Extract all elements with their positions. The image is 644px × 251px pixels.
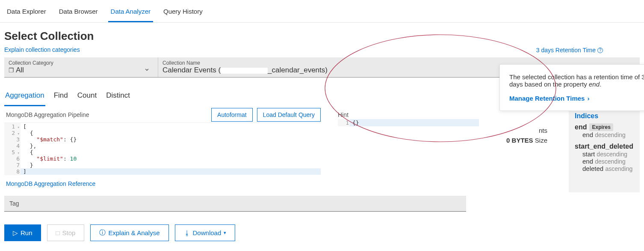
- indices-title: Indices: [575, 112, 634, 120]
- aggregation-reference-link[interactable]: MongoDB Aggregation Reference: [4, 175, 97, 192]
- collection-name-suffix: _calendar_events): [268, 66, 328, 74]
- expires-badge: Expires: [589, 123, 613, 131]
- editor-code[interactable]: [ { "$match": {} }, { "$limit": 10 } ]: [21, 123, 321, 175]
- hint-pane: Hint 1 {}: [338, 108, 479, 192]
- download-icon: ⭳: [184, 229, 190, 236]
- info-icon: ?: [597, 48, 603, 53]
- pipeline-editor[interactable]: 12345678 [ { "$match": {} }, { "$limit":…: [4, 123, 321, 175]
- hint-label: Hint: [338, 108, 479, 119]
- index-start-end-deleted: start_end_deleted start descending end d…: [575, 143, 634, 172]
- index-field: deleted ascending: [575, 165, 634, 172]
- pipeline-label: MongoDB Aggregation Pipeline: [4, 108, 207, 122]
- nav-tabs: Data Explorer Data Browser Data Analyzer…: [0, 0, 644, 23]
- documents-stat: nts: [496, 127, 547, 134]
- load-default-query-button[interactable]: Load Default Query: [257, 108, 321, 122]
- download-button[interactable]: ⭳Download ▾: [175, 224, 236, 241]
- subtab-distinct[interactable]: Distinct: [105, 89, 131, 106]
- stop-icon: □: [56, 229, 60, 236]
- collection-selector-row: Collection Category ❐All ⌄ Collection Na…: [4, 57, 640, 78]
- size-stat: 0 BYTES Size: [496, 137, 547, 144]
- subtab-count[interactable]: Count: [77, 89, 97, 106]
- explain-analyse-button[interactable]: ⓘExplain & Analyse: [90, 224, 168, 241]
- hint-editor[interactable]: 1 {}: [338, 119, 479, 126]
- stack-icon: ❐: [9, 67, 14, 74]
- retention-popover-text: The selected collection has a retention …: [509, 73, 644, 88]
- manage-retention-link[interactable]: Manage Retention Times›: [509, 95, 589, 102]
- collection-category-value: All: [16, 66, 24, 74]
- tab-data-explorer[interactable]: Data Explorer: [4, 4, 49, 22]
- stats-pane: nts 0 BYTES Size: [496, 108, 547, 192]
- collection-category-label: Collection Category: [9, 60, 154, 66]
- tag-input[interactable]: Tag: [4, 196, 466, 212]
- play-icon: ▷: [13, 229, 18, 237]
- run-button[interactable]: ▷Run: [4, 224, 41, 241]
- index-field: end descending: [575, 131, 634, 138]
- info-icon: ⓘ: [99, 229, 106, 237]
- collection-category-select[interactable]: Collection Category ❐All ⌄: [4, 57, 158, 77]
- explain-categories-link[interactable]: Explain collection categories: [0, 45, 84, 57]
- stop-button: □Stop: [47, 224, 85, 241]
- pipeline-pane: MongoDB Aggregation Pipeline Autoformat …: [4, 108, 321, 192]
- index-field: start descending: [575, 150, 634, 158]
- tab-data-analyzer[interactable]: Data Analyzer: [108, 4, 153, 22]
- retention-time-link[interactable]: 3 days Retention Time ?: [536, 47, 603, 54]
- index-end: end Expires end descending: [575, 123, 634, 138]
- indices-pane: Indices end Expires end descending start…: [569, 108, 640, 192]
- chevron-down-icon: ⌄: [144, 63, 150, 73]
- chevron-right-icon: ›: [587, 95, 589, 102]
- tab-data-browser[interactable]: Data Browser: [56, 4, 100, 22]
- autoformat-button[interactable]: Autoformat: [211, 108, 252, 122]
- editor-gutter: 12345678: [4, 123, 21, 175]
- page-title: Select Collection: [0, 23, 644, 45]
- retention-popover: The selected collection has a retention …: [499, 64, 644, 111]
- index-field: end descending: [575, 158, 634, 165]
- redacted-segment: [221, 68, 268, 74]
- tab-query-history[interactable]: Query History: [161, 4, 205, 22]
- collection-name-prefix: Calendar Events (: [162, 66, 221, 74]
- subtab-find[interactable]: Find: [53, 89, 69, 106]
- subtab-aggregation[interactable]: Aggregation: [4, 89, 45, 106]
- chevron-down-icon: ▾: [224, 230, 226, 236]
- action-button-row: ▷Run □Stop ⓘExplain & Analyse ⭳Download …: [0, 212, 644, 251]
